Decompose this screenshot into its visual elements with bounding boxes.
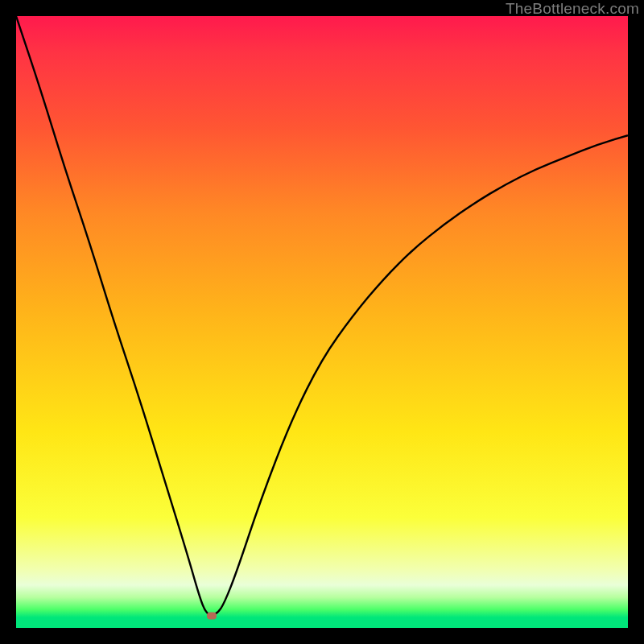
attribution-label: TheBottleneck.com bbox=[506, 0, 639, 18]
minimum-marker bbox=[207, 612, 217, 619]
bottleneck-curve bbox=[16, 16, 628, 615]
curve-svg bbox=[16, 16, 628, 628]
chart-frame: TheBottleneck.com bbox=[0, 0, 644, 644]
plot-area bbox=[16, 16, 628, 628]
